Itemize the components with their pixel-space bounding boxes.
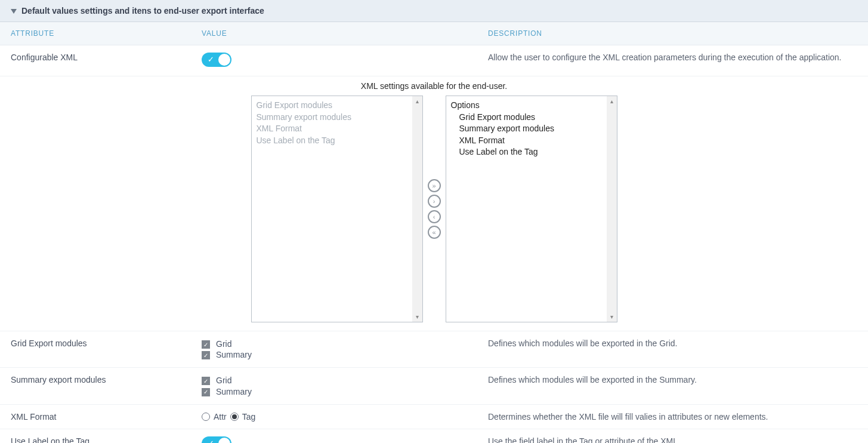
scroll-down-icon[interactable]: ▾ (412, 312, 422, 322)
desc-xml-format: Determines whether the XML file will fil… (488, 412, 857, 422)
list-item[interactable]: Use Label on the Tag (257, 135, 418, 147)
radio-xml-attr[interactable] (202, 413, 210, 421)
value-grid-export: ✓ Grid ✓ Summary (202, 339, 488, 360)
radio-xml-tag[interactable] (230, 413, 239, 421)
check-icon: ✓ (208, 55, 214, 64)
checkbox-label: Summary (216, 386, 252, 397)
scrollbar[interactable]: ▴ ▾ (412, 96, 422, 322)
desc-use-label: Use the field label in the Tag or attrib… (488, 436, 857, 443)
panel-title: Default values settings and itens to end… (21, 6, 264, 16)
checkbox-label: Summary (216, 349, 252, 360)
row-grid-export: Grid Export modules ✓ Grid ✓ Summary Def… (0, 331, 868, 368)
scroll-up-icon[interactable]: ▴ (607, 96, 617, 106)
move-all-right-button[interactable]: » (428, 179, 441, 192)
xml-settings-block: XML settings available for the end-user.… (11, 81, 857, 322)
dual-listbox: Grid Export modules Summary export modul… (251, 96, 617, 322)
attr-use-label: Use Label on the Tag (11, 436, 202, 443)
col-value: VALUE (202, 29, 488, 38)
available-listbox[interactable]: Grid Export modules Summary export modul… (251, 96, 423, 322)
desc-grid-export: Defines which modules will be exported i… (488, 339, 857, 360)
scroll-down-icon[interactable]: ▾ (607, 312, 617, 322)
desc-configurable-xml: Allow the user to configure the XML crea… (488, 53, 857, 69)
toggle-configurable-xml[interactable]: ✓ (202, 53, 231, 67)
checkbox-label: Grid (216, 375, 231, 386)
list-item[interactable]: XML Format (451, 135, 612, 147)
list-item[interactable]: Use Label on the Tag (451, 146, 612, 158)
checkbox-label: Grid (216, 339, 231, 349)
scrollbar[interactable]: ▴ ▾ (607, 96, 617, 322)
row-summary-export: Summary export modules ✓ Grid ✓ Summary … (0, 368, 868, 404)
check-icon: ✓ (208, 439, 214, 443)
list-item[interactable]: Summary export modules (257, 112, 418, 124)
scroll-up-icon[interactable]: ▴ (412, 96, 422, 106)
list-item[interactable]: XML Format (257, 123, 418, 135)
row-use-label: Use Label on the Tag ✓ Use the field lab… (0, 429, 868, 443)
radio-label: Tag (242, 412, 256, 422)
row-xml-format: XML Format Attr Tag Determines whether t… (0, 405, 868, 429)
checkbox-grid-export-summary[interactable]: ✓ (202, 351, 210, 359)
value-xml-format: Attr Tag (202, 412, 488, 422)
toggle-knob (218, 438, 230, 443)
attr-grid-export: Grid Export modules (11, 339, 202, 360)
list-item[interactable]: Summary export modules (451, 123, 612, 135)
checkbox-summary-export-summary[interactable]: ✓ (202, 388, 210, 396)
row-configurable-xml: Configurable XML ✓ Allow the user to con… (0, 45, 868, 76)
list-item[interactable]: Grid Export modules (451, 112, 612, 124)
value-configurable-xml: ✓ (202, 53, 488, 69)
desc-summary-export: Defines which modules will be exported i… (488, 375, 857, 396)
radio-label: Attr (214, 412, 227, 422)
transfer-buttons: » › ‹ « (428, 179, 441, 239)
column-headers: ATTRIBUTE VALUE DESCRIPTION (0, 22, 868, 45)
selected-listbox[interactable]: Options Grid Export modules Summary expo… (446, 96, 617, 322)
attr-summary-export: Summary export modules (11, 375, 202, 396)
col-description: DESCRIPTION (488, 29, 857, 38)
value-summary-export: ✓ Grid ✓ Summary (202, 375, 488, 396)
xml-settings-caption: XML settings available for the end-user. (361, 81, 507, 91)
collapse-caret-icon (11, 9, 17, 14)
move-all-left-button[interactable]: « (428, 226, 441, 239)
toggle-use-label[interactable]: ✓ (202, 436, 231, 443)
list-item[interactable]: Grid Export modules (257, 100, 418, 112)
toggle-knob (218, 54, 230, 66)
move-right-button[interactable]: › (428, 195, 441, 208)
col-attribute: ATTRIBUTE (11, 29, 202, 38)
checkbox-grid-export-grid[interactable]: ✓ (202, 340, 210, 349)
move-left-button[interactable]: ‹ (428, 210, 441, 223)
attr-xml-format: XML Format (11, 412, 202, 422)
list-item-header[interactable]: Options (451, 100, 612, 112)
value-use-label: ✓ (202, 436, 488, 443)
checkbox-summary-export-grid[interactable]: ✓ (202, 377, 210, 385)
row-xml-settings: XML settings available for the end-user.… (0, 76, 868, 331)
panel-header[interactable]: Default values settings and itens to end… (0, 0, 868, 22)
attr-configurable-xml: Configurable XML (11, 53, 202, 69)
